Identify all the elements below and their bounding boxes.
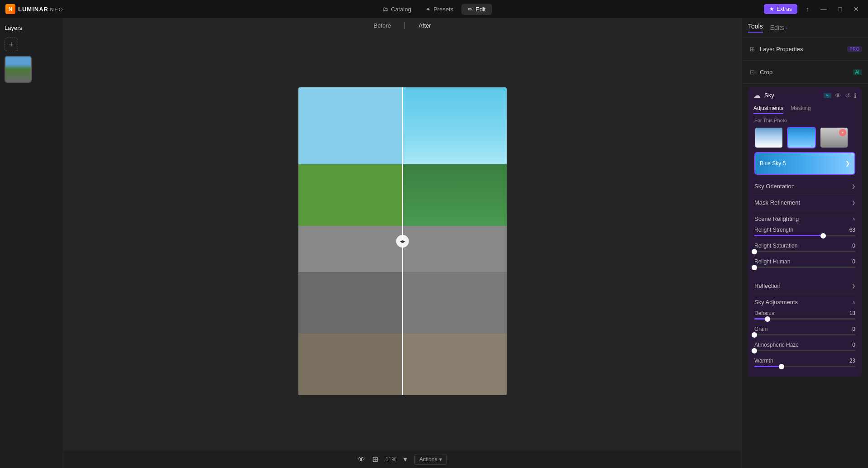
sky-adjustments-header[interactable]: Sky Adjustments ∧ [754,294,855,310]
layers-title: Layers [5,23,58,33]
selected-sky-preview[interactable]: Blue Sky 5 ❯ [754,152,855,175]
sky-section: ☁ Sky AI 👁 ↺ ℹ Adjustments Masking For T… [748,87,862,377]
preset-heart-icon: ♥ [839,129,846,136]
sky-actions: 👁 ↺ ℹ [835,92,856,99]
chevron-down-icon[interactable]: ▾ [403,455,407,463]
crop-row[interactable]: ⊡ Crop AI [748,65,862,79]
sky-adjustments-arrow-icon: ∧ [852,300,855,305]
layer-thumbnail-1[interactable] [5,56,32,83]
crop-icon: ⊡ [748,68,756,76]
layer-properties-icon: ⊞ [748,45,756,53]
relight-saturation-track[interactable] [754,251,855,252]
selected-sky-chevron-icon: ❯ [845,160,850,167]
sky-orientation-collapsible: Sky Orientation ❯ Mask Refinement ❯ Scen… [748,178,862,227]
atmospheric-haze-track[interactable] [754,350,855,351]
sky-cloud-icon: ☁ [753,91,761,100]
warmth-value: -23 [842,358,855,364]
nav-catalog[interactable]: 🗂 Catalog [376,4,417,15]
layer-properties-row[interactable]: ⊞ Layer Properties PRO [748,42,862,56]
presets-row: ♥ [754,127,855,148]
sky-adjustments-title: Sky Adjustments [754,299,852,306]
presets-icon: ✦ [426,6,431,13]
sky-orientation-arrow-icon: ❯ [852,184,855,189]
sky-orientation-header[interactable]: Sky Orientation ❯ [754,178,855,194]
preset-image-1 [755,128,782,148]
sky-title: Sky [764,92,820,99]
atmospheric-haze-thumb[interactable] [752,348,757,353]
eye-icon[interactable]: 👁 [358,455,365,463]
edit-icon: ✏ [468,6,473,13]
maximize-button[interactable]: □ [834,3,846,15]
canvas-container[interactable] [63,33,741,450]
logo-text: LUMINAR NEO [18,6,63,13]
extras-icon: ★ [769,6,774,12]
layer-thumb-image [5,57,31,82]
reflection-header[interactable]: Reflection ❯ [754,278,855,294]
layer-properties-section: ⊞ Layer Properties PRO [742,38,868,61]
actions-button[interactable]: Actions ▾ [414,454,446,465]
warmth-label: Warmth [754,358,773,364]
relight-strength-thumb[interactable] [820,233,826,239]
nav-edit[interactable]: ✏ Edit [461,4,492,15]
mask-refinement-header[interactable]: Mask Refinement ❯ [754,194,855,210]
close-button[interactable]: ✕ [850,3,863,15]
preset-thumb-1[interactable] [754,127,783,148]
warmth-track[interactable] [754,366,855,367]
layer-properties-label: Layer Properties [760,46,844,53]
relight-saturation-group: Relight Saturation 0 [754,243,855,252]
defocus-thumb[interactable] [765,316,770,322]
sky-ai-badge: AI [824,93,831,98]
warmth-fill [754,366,782,367]
relight-human-track[interactable] [754,267,855,268]
defocus-row: Defocus 13 [754,310,855,316]
before-label: Before [360,22,404,29]
sky-undo-icon[interactable]: ↺ [845,92,850,99]
relight-strength-track[interactable] [754,235,855,236]
extras-button[interactable]: ★ Extras [764,4,797,14]
relight-strength-section: Relight Strength 68 Relight Saturation 0 [748,227,862,278]
sky-info-icon[interactable]: ℹ [854,92,856,99]
sky-adjustments-sliders: Defocus 13 Grain 0 [748,310,862,377]
grain-label: Grain [754,326,767,332]
defocus-label: Defocus [754,310,774,316]
tab-edits[interactable]: Edits · [770,24,788,32]
selected-sky-label: Blue Sky 5 [760,160,786,167]
minimize-button[interactable]: — [817,3,830,15]
relight-saturation-thumb[interactable] [752,249,757,254]
preset-image-2 [788,128,815,148]
nav-presets[interactable]: ✦ Presets [419,4,460,15]
share-button[interactable]: ↑ [801,3,814,15]
preset-thumb-3[interactable]: ♥ [820,127,849,148]
scene-relighting-header[interactable]: Scene Relighting ∧ [754,210,855,227]
before-after-bar: Before After [63,18,741,33]
add-layer-button[interactable]: + [5,38,18,51]
tab-masking[interactable]: Masking [791,103,811,114]
sky-header: ☁ Sky AI 👁 ↺ ℹ [748,87,862,103]
grain-value: 0 [842,326,855,332]
split-handle[interactable] [396,235,409,248]
reflection-title: Reflection [754,282,852,289]
tab-tools[interactable]: Tools [748,23,763,33]
nav-tabs: 🗂 Catalog ✦ Presets ✏ Edit [376,4,492,15]
preset-thumb-2[interactable] [787,127,816,148]
right-panel: Tools Edits · ⊞ Layer Properties PRO ⊡ C… [741,18,868,468]
grain-track[interactable] [754,334,855,335]
layer-properties-badge: PRO [847,46,862,52]
warmth-row: Warmth -23 [754,358,855,364]
zoom-level[interactable]: 11% [385,456,396,463]
warmth-thumb[interactable] [779,364,784,369]
sky-presets-section: For This Photo ♥ [748,114,862,152]
crop-section: ⊡ Crop AI [742,61,868,84]
grain-thumb[interactable] [752,332,757,338]
app-logo: N LUMINAR NEO [5,4,63,14]
titlebar: N LUMINAR NEO 🗂 Catalog ✦ Presets ✏ Edit… [0,0,868,18]
atmospheric-haze-row: Atmospheric Haze 0 [754,342,855,348]
tab-adjustments[interactable]: Adjustments [753,103,783,114]
defocus-track[interactable] [754,318,855,320]
relight-strength-label: Relight Strength [754,227,793,233]
compare-icon[interactable]: ⊞ [372,455,378,463]
reflection-collapsible: Reflection ❯ Sky Adjustments ∧ [748,278,862,310]
atmospheric-haze-label: Atmospheric Haze [754,342,799,348]
sky-visibility-icon[interactable]: 👁 [835,92,841,99]
relight-human-thumb[interactable] [752,265,757,270]
